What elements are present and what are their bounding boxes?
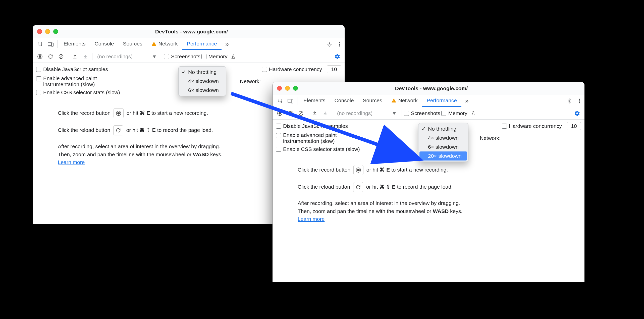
performance-toolbar: (no recordings) ▼ Screenshots Memory [33, 50, 345, 63]
devtools-tabbar: Elements Console Sources Network Perform… [33, 38, 345, 50]
tab-network[interactable]: Network [147, 38, 182, 50]
svg-line-13 [60, 55, 63, 58]
tab-elements[interactable]: Elements [299, 95, 330, 107]
kebab-icon[interactable] [335, 38, 345, 50]
settings-icon[interactable] [325, 38, 335, 50]
network-label: Network: [240, 78, 261, 84]
titlebar: DevTools - www.google.com/ [273, 82, 584, 95]
kebab-icon[interactable] [574, 95, 584, 107]
menu-item-6x[interactable]: 6× slowdown [180, 86, 225, 95]
menu-item-6x[interactable]: 6× slowdown [419, 142, 467, 151]
memory-checkbox[interactable]: Memory [201, 54, 228, 60]
tab-performance[interactable]: Performance [182, 38, 222, 50]
tab-sources[interactable]: Sources [119, 38, 147, 50]
garbage-collect-icon[interactable] [468, 109, 478, 118]
menu-item-4x[interactable]: 4× slowdown [419, 133, 467, 142]
menu-item-20x[interactable]: 20× slowdown [419, 151, 467, 161]
inspect-icon[interactable] [36, 38, 46, 50]
reload-button[interactable] [46, 52, 55, 61]
advanced-paint-checkbox[interactable]: Enable advanced paintinstrumentation (sl… [276, 132, 337, 144]
more-tabs[interactable]: » [222, 38, 233, 50]
clear-button[interactable] [296, 109, 306, 118]
screenshots-checkbox[interactable]: Screenshots [164, 54, 200, 60]
learn-more-link[interactable]: Learn more [58, 159, 85, 165]
reload-button-inline[interactable] [113, 125, 123, 135]
svg-point-25 [579, 102, 580, 103]
inspect-icon[interactable] [276, 95, 286, 107]
css-selector-checkbox[interactable]: Enable CSS selector stats (slow) [36, 89, 120, 95]
tab-console[interactable]: Console [90, 38, 119, 50]
device-icon[interactable] [46, 38, 56, 50]
svg-line-29 [300, 112, 302, 115]
close-icon[interactable] [277, 86, 282, 91]
learn-more-link[interactable]: Learn more [298, 216, 325, 222]
titlebar: DevTools - www.google.com/ [33, 25, 345, 38]
zoom-icon[interactable] [53, 29, 58, 34]
caret-down-icon: ▼ [152, 54, 157, 59]
hardware-concurrency-checkbox[interactable]: Hardware concurrency [262, 66, 322, 72]
memory-checkbox[interactable]: Memory [441, 110, 467, 116]
svg-point-23 [579, 98, 580, 100]
svg-point-11 [39, 55, 41, 58]
minimize-icon[interactable] [285, 86, 290, 91]
menu-item-no-throttling[interactable]: ✓No throttling [419, 124, 467, 133]
caret-down-icon: ▼ [392, 111, 397, 116]
menu-item-no-throttling[interactable]: ✓No throttling [180, 68, 225, 77]
upload-icon[interactable] [310, 109, 319, 118]
tab-elements[interactable]: Elements [59, 38, 90, 50]
svg-point-9 [339, 45, 340, 46]
devtools-tabbar: Elements Console Sources Network Perform… [273, 95, 584, 107]
screenshots-checkbox[interactable]: Screenshots [404, 110, 440, 116]
hardware-concurrency-input[interactable]: 10 [567, 122, 581, 130]
traffic-lights[interactable] [37, 29, 58, 34]
recordings-dropdown[interactable]: (no recordings) ▼ [334, 109, 400, 118]
svg-point-8 [339, 43, 340, 45]
disable-js-checkbox[interactable]: Disable JavaScript samples [276, 123, 348, 129]
record-button-inline[interactable] [353, 165, 363, 175]
svg-point-15 [117, 112, 120, 115]
reload-button-inline[interactable] [353, 182, 363, 192]
minimize-icon[interactable] [45, 29, 50, 34]
css-selector-checkbox[interactable]: Enable CSS selector stats (slow) [276, 146, 360, 152]
garbage-collect-icon[interactable] [229, 52, 238, 61]
record-button[interactable] [275, 109, 285, 118]
tab-sources[interactable]: Sources [358, 95, 387, 107]
cpu-throttling-menu[interactable]: ✓No throttling 4× slowdown 6× slowdown [178, 66, 226, 96]
clear-button[interactable] [56, 52, 66, 61]
device-icon[interactable] [286, 95, 296, 107]
recordings-dropdown[interactable]: (no recordings) ▼ [94, 52, 160, 61]
perf-settings-icon[interactable] [572, 109, 582, 118]
menu-item-4x[interactable]: 4× slowdown [180, 77, 225, 86]
performance-help: Click the record button or hit ⌘ E to st… [273, 155, 584, 223]
network-label: Network: [480, 135, 501, 141]
disable-js-checkbox[interactable]: Disable JavaScript samples [36, 66, 108, 72]
zoom-icon[interactable] [293, 86, 298, 91]
hardware-concurrency-checkbox[interactable]: Hardware concurrency [502, 123, 562, 129]
upload-icon[interactable] [70, 52, 80, 61]
warning-icon [391, 98, 396, 103]
svg-point-27 [279, 112, 281, 115]
performance-toolbar: (no recordings) ▼ Screenshots Memory [273, 107, 584, 120]
advanced-paint-checkbox[interactable]: Enable advanced paintinstrumentation (sl… [36, 75, 97, 87]
record-button-inline[interactable] [114, 108, 124, 118]
reload-button[interactable] [286, 109, 295, 118]
perf-settings-icon[interactable] [333, 52, 342, 61]
tab-console[interactable]: Console [330, 95, 358, 107]
record-button[interactable] [35, 52, 45, 61]
devtools-window-after: DevTools - www.google.com/ Elements Cons… [273, 82, 584, 282]
hardware-concurrency-input[interactable]: 10 [327, 65, 341, 73]
window-title: DevTools - www.google.com/ [298, 85, 565, 91]
download-icon[interactable] [81, 52, 90, 61]
close-icon[interactable] [37, 29, 42, 34]
window-title: DevTools - www.google.com/ [58, 29, 325, 35]
tab-network[interactable]: Network [387, 95, 422, 107]
tab-performance[interactable]: Performance [422, 95, 461, 107]
traffic-lights[interactable] [277, 86, 298, 91]
warning-icon [151, 41, 156, 46]
cpu-throttling-menu[interactable]: ✓No throttling 4× slowdown 6× slowdown 2… [418, 123, 468, 162]
svg-rect-20 [394, 100, 394, 101]
more-tabs[interactable]: » [461, 95, 472, 107]
download-icon[interactable] [320, 109, 330, 118]
settings-icon[interactable] [564, 95, 574, 107]
svg-point-24 [579, 100, 580, 101]
